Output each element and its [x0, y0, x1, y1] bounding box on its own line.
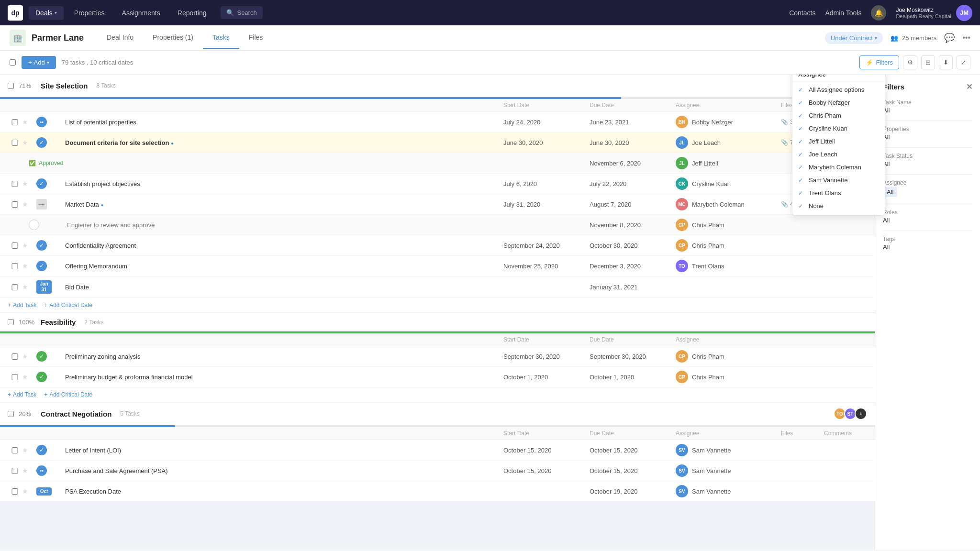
tab-properties[interactable]: Properties (1)	[143, 27, 203, 49]
task-checkbox[interactable]	[8, 488, 22, 495]
assignee-option-chris[interactable]: ✓ Chris Pham	[792, 109, 885, 122]
star-icon[interactable]: ★	[22, 180, 36, 187]
select-all-checkbox[interactable]	[10, 59, 16, 66]
assignee-option-none[interactable]: ✓ None	[792, 199, 885, 212]
task-name: Market Data ●	[65, 201, 503, 208]
task-checkbox[interactable]	[8, 284, 22, 290]
task-name: Preliminary zoning analysis	[65, 353, 503, 360]
task-checkbox[interactable]	[8, 374, 22, 380]
filter-roles-value[interactable]: All	[883, 217, 972, 224]
section-site-select-all[interactable]	[8, 83, 14, 89]
assignee-option-bobby[interactable]: ✓ Bobby Nefzger	[792, 96, 885, 109]
more-icon[interactable]: •••	[962, 33, 970, 42]
deals-label: Deals	[35, 9, 53, 17]
task-check-green: ✓	[36, 372, 47, 382]
filter-tags-value[interactable]: All	[883, 243, 972, 251]
top-nav: dp Deals ▾ Properties Assignments Report…	[0, 0, 980, 25]
section-site-selection: 71% Site Selection 8 Tasks TO ST + Start…	[0, 75, 875, 312]
status-chevron-icon: ▾	[875, 35, 877, 41]
star-icon[interactable]: ★	[22, 373, 36, 381]
star-icon[interactable]: ★	[22, 262, 36, 270]
add-label: Add	[34, 59, 45, 66]
settings-icon-btn[interactable]: ⚙	[903, 55, 917, 69]
task-checkbox[interactable]	[8, 181, 22, 187]
task-checkbox[interactable]	[8, 242, 22, 249]
task-row: ★ ✓ Preliminary zoning analysis Septembe…	[0, 346, 875, 367]
add-task-link[interactable]: +Add Task	[8, 302, 36, 309]
nav-contacts[interactable]: Contacts	[789, 9, 815, 17]
nav-reporting[interactable]: Reporting	[171, 6, 213, 20]
star-icon[interactable]: ★	[22, 118, 36, 126]
assignee-option-jeff[interactable]: ✓ Jeff Littell	[792, 135, 885, 148]
nav-search[interactable]: 🔍 Search	[221, 6, 262, 19]
nav-notif-icon[interactable]: 🔔	[871, 5, 886, 21]
task-due: October 15, 2020	[590, 467, 676, 474]
nav-properties[interactable]: Properties	[67, 6, 111, 20]
add-button[interactable]: + Add ▾	[22, 56, 56, 69]
star-icon[interactable]: ★	[22, 467, 36, 474]
filter-task-status: Task Status All	[883, 153, 972, 167]
task-checkbox[interactable]	[8, 119, 22, 125]
assignee-option-joe[interactable]: ✓ Joe Leach	[792, 148, 885, 161]
assignee-option-trent[interactable]: ✓ Trent Olans	[792, 187, 885, 199]
filter-properties-value[interactable]: All	[883, 133, 972, 141]
check-icon-jeff: ✓	[798, 138, 805, 145]
task-dash: —	[36, 199, 47, 209]
star-icon[interactable]: ★	[22, 446, 36, 454]
close-filters-icon[interactable]: ✕	[966, 82, 972, 91]
expand-btn[interactable]: ⤢	[957, 55, 970, 69]
add-task-link-f[interactable]: +Add Task	[8, 391, 36, 398]
filters-button[interactable]: ⚡ Filters	[859, 55, 899, 69]
assignee-avatar: CP	[676, 219, 688, 231]
star-icon[interactable]: ★	[22, 487, 36, 495]
view-options-btn[interactable]: ⊞	[921, 55, 935, 69]
task-name: Engiener to review and approve	[67, 221, 503, 229]
section-contract-select-all[interactable]	[8, 411, 14, 417]
nav-admin[interactable]: Admin Tools	[825, 9, 861, 17]
assignee-option-marybeth[interactable]: ✓ Marybeth Coleman	[792, 161, 885, 174]
status-badge[interactable]: Under Contract ▾	[825, 32, 883, 44]
section-contract-progress: 20%	[19, 410, 36, 418]
filter-task-name-value[interactable]: All	[883, 107, 972, 114]
star-icon[interactable]: ★	[22, 353, 36, 360]
assignee-cell: CK Crysline Kuan	[676, 177, 781, 190]
check-icon-joe: ✓	[798, 151, 805, 158]
task-checkbox[interactable]	[8, 353, 22, 360]
task-checkbox[interactable]	[8, 447, 22, 453]
star-icon[interactable]: ★	[22, 200, 36, 208]
filter-task-status-label: Task Status	[883, 153, 972, 159]
section-feasibility-select-all[interactable]	[8, 319, 14, 325]
nav-assignments[interactable]: Assignments	[115, 6, 167, 20]
download-btn[interactable]: ⬇	[939, 55, 953, 69]
nav-deals[interactable]: Deals ▾	[29, 6, 64, 20]
star-icon[interactable]: ★	[22, 283, 36, 291]
task-due: October 15, 2020	[590, 447, 676, 454]
search-placeholder: Search	[237, 9, 256, 16]
star-icon[interactable]: ★	[22, 139, 36, 146]
tab-files[interactable]: Files	[239, 27, 273, 49]
user-avatar[interactable]: JM	[956, 5, 972, 21]
task-checkbox[interactable]	[8, 468, 22, 474]
task-row: ★ ✓ Offering Memorandum November 25, 202…	[0, 256, 875, 276]
task-start: November 25, 2020	[503, 263, 590, 270]
task-start: October 15, 2020	[503, 447, 590, 454]
filter-task-status-value[interactable]: All	[883, 160, 972, 167]
add-critical-date-link-f[interactable]: +Add Critical Date	[44, 391, 92, 398]
tab-deal-info[interactable]: Deal Info	[97, 27, 143, 49]
task-checkbox[interactable]	[8, 140, 22, 146]
task-checkbox[interactable]	[8, 201, 22, 208]
add-critical-date-link[interactable]: +Add Critical Date	[44, 302, 92, 309]
tab-tasks[interactable]: Tasks	[203, 27, 239, 49]
comments-icon[interactable]: 💬	[944, 33, 955, 43]
search-icon: 🔍	[226, 9, 234, 16]
approved-icon: ✅Approved	[29, 160, 67, 166]
date-badge-oct: Oct	[36, 487, 52, 496]
task-checkbox[interactable]	[8, 263, 22, 269]
assignee-option-sam[interactable]: ✓ Sam Vannette	[792, 174, 885, 187]
user-company: Dealpath Realty Capital	[896, 13, 951, 19]
task-row-bid: ★ Jan31 Bid Date January 31, 2021	[0, 276, 875, 298]
assignee-option-crysline[interactable]: ✓ Crysline Kuan	[792, 122, 885, 135]
add-plus-icon: +	[28, 59, 32, 66]
assignee-option-all[interactable]: ✓ All Assignee options	[792, 83, 885, 96]
star-icon[interactable]: ★	[22, 242, 36, 249]
